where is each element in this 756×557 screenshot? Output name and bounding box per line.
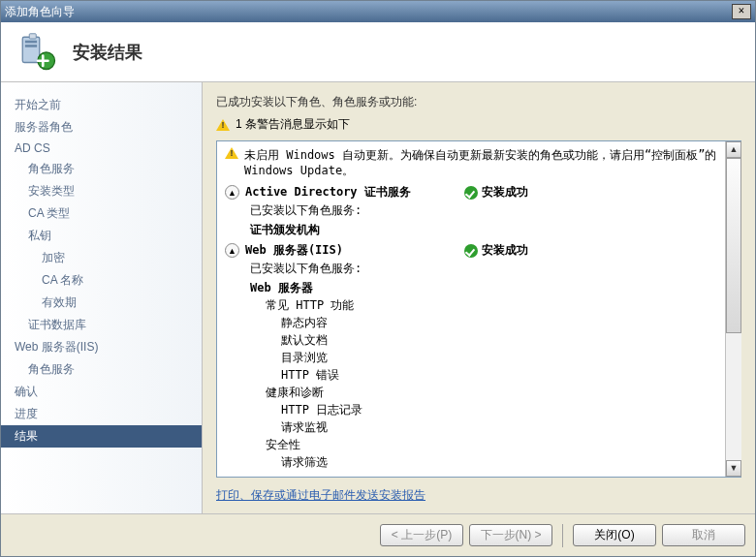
wizard-window: 添加角色向导 × 安装结果 开始之前服务器角色AD CS角色服务安装类型CA 类… xyxy=(0,0,756,557)
sidebar-step[interactable]: Web 服务器(IIS) xyxy=(15,336,202,358)
cancel-button: 取消 xyxy=(662,524,745,546)
collapse-toggle-icon[interactable]: ▲ xyxy=(225,243,239,258)
role-service-item: 常见 HTTP 功能 xyxy=(250,296,717,314)
role-service-item: HTTP 日志记录 xyxy=(250,401,717,418)
warning-summary-text: 1 条警告消息显示如下 xyxy=(236,116,350,133)
section-title: Active Directory 证书服务 xyxy=(245,184,458,201)
sidebar-step[interactable]: 加密 xyxy=(15,247,202,269)
vertical-scrollbar[interactable]: ▲ ▼ xyxy=(725,141,741,477)
svg-rect-2 xyxy=(25,45,37,47)
warning-summary-row: 1 条警告消息显示如下 xyxy=(216,116,741,133)
close-icon[interactable]: × xyxy=(732,4,751,19)
sidebar-step[interactable]: 私钥 xyxy=(15,225,202,247)
svg-rect-3 xyxy=(29,33,36,38)
install-status: 安装成功 xyxy=(464,242,528,259)
next-button: 下一步(N) > xyxy=(469,524,552,546)
role-service-item: 健康和诊断 xyxy=(250,384,717,401)
collapse-toggle-icon[interactable]: ▲ xyxy=(225,185,239,200)
back-button: < 上一步(P) xyxy=(380,524,463,546)
update-warning-row: 未启用 Windows 自动更新。为确保自动更新最新安装的角色或功能，请启用“控… xyxy=(225,147,717,178)
sidebar-step[interactable]: 角色服务 xyxy=(15,158,202,180)
main-pane: 已成功安装以下角色、角色服务或功能: 1 条警告消息显示如下 未启用 Windo… xyxy=(203,82,755,513)
scroll-up-button[interactable]: ▲ xyxy=(726,141,741,158)
install-status: 安装成功 xyxy=(464,184,528,201)
update-warning-text: 未启用 Windows 自动更新。为确保自动更新最新安装的角色或功能，请启用“控… xyxy=(244,147,717,178)
sidebar-step[interactable]: 服务器角色 xyxy=(15,116,202,139)
close-button[interactable]: 关闭(O) xyxy=(573,524,656,546)
role-service-item: 目录浏览 xyxy=(250,349,717,366)
send-report-link[interactable]: 打印、保存或通过电子邮件发送安装报告 xyxy=(216,488,425,502)
page-title: 安装结果 xyxy=(73,41,142,64)
role-service-item: 静态内容 xyxy=(250,314,717,331)
results-panel: 未启用 Windows 自动更新。为确保自动更新最新安装的角色或功能，请启用“控… xyxy=(216,140,741,478)
role-service-item: 请求监视 xyxy=(250,418,717,436)
scroll-track[interactable] xyxy=(726,158,741,460)
warning-icon xyxy=(225,147,238,159)
role-service-item: Web 服务器 xyxy=(250,279,717,296)
result-section-header: ▲Web 服务器(IIS)安装成功 xyxy=(225,242,717,259)
role-service-item: HTTP 错误 xyxy=(250,366,717,384)
role-service-item: 默认文档 xyxy=(250,331,717,349)
role-service-item: 安全性 xyxy=(250,436,717,453)
role-service-item: 证书颁发机构 xyxy=(250,221,717,238)
sidebar-step[interactable]: CA 名称 xyxy=(15,269,202,292)
section-title: Web 服务器(IIS) xyxy=(245,242,458,259)
wizard-header: 安装结果 xyxy=(1,22,755,82)
role-service-tree: Web 服务器常见 HTTP 功能静态内容默认文档目录浏览HTTP 错误健康和诊… xyxy=(225,279,717,471)
section-sublabel: 已安装以下角色服务: xyxy=(225,261,717,277)
role-service-tree: 证书颁发机构 xyxy=(225,221,717,238)
sidebar-step[interactable]: 角色服务 xyxy=(15,358,202,381)
sidebar-step[interactable]: 开始之前 xyxy=(15,94,202,116)
window-title: 添加角色向导 xyxy=(5,4,732,20)
sidebar-step[interactable]: 结果 xyxy=(1,425,202,448)
step-sidebar: 开始之前服务器角色AD CS角色服务安装类型CA 类型私钥加密CA 名称有效期证… xyxy=(1,82,203,513)
warning-icon xyxy=(216,119,230,131)
sidebar-step[interactable]: 确认 xyxy=(15,381,202,403)
sidebar-step[interactable]: 安装类型 xyxy=(15,180,202,202)
sidebar-step[interactable]: 证书数据库 xyxy=(15,314,202,336)
section-sublabel: 已安装以下角色服务: xyxy=(225,202,717,219)
success-check-icon xyxy=(464,244,478,258)
sidebar-step[interactable]: 有效期 xyxy=(15,292,202,314)
button-separator xyxy=(562,524,563,547)
report-link-row: 打印、保存或通过电子邮件发送安装报告 xyxy=(216,487,741,504)
sidebar-step[interactable]: 进度 xyxy=(15,403,202,425)
result-section-header: ▲Active Directory 证书服务安装成功 xyxy=(225,184,717,201)
results-content: 未启用 Windows 自动更新。为确保自动更新最新安装的角色或功能，请启用“控… xyxy=(217,141,725,477)
intro-text: 已成功安装以下角色、角色服务或功能: xyxy=(216,94,741,110)
scroll-down-button[interactable]: ▼ xyxy=(726,460,741,477)
wizard-footer: < 上一步(P) 下一步(N) > 关闭(O) 取消 xyxy=(1,513,755,556)
server-role-icon xyxy=(16,31,59,74)
scroll-thumb[interactable] xyxy=(726,158,741,333)
success-check-icon xyxy=(464,186,478,200)
sidebar-step[interactable]: AD CS xyxy=(15,139,202,158)
role-service-item: 请求筛选 xyxy=(250,453,717,471)
sidebar-step[interactable]: CA 类型 xyxy=(15,202,202,225)
title-bar[interactable]: 添加角色向导 × xyxy=(1,1,755,22)
svg-rect-1 xyxy=(25,40,37,43)
wizard-body: 开始之前服务器角色AD CS角色服务安装类型CA 类型私钥加密CA 名称有效期证… xyxy=(1,82,755,513)
